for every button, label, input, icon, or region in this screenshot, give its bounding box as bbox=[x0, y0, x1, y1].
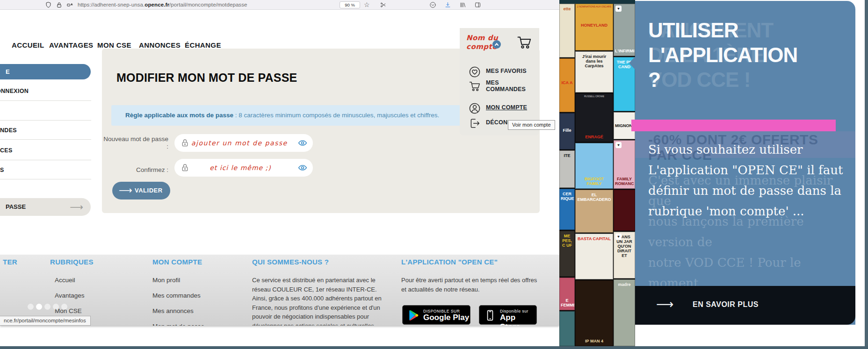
confirm-password-input[interactable] bbox=[191, 159, 289, 177]
new-password-label: Nouveau mot de passe : bbox=[102, 135, 168, 150]
sidebar-item-active[interactable]: E bbox=[0, 64, 91, 79]
carousel-dot[interactable] bbox=[53, 304, 59, 310]
pocket-icon[interactable] bbox=[429, 1, 436, 8]
poster-subtitle: 2 NOMINATIONS AUX OSCARS bbox=[576, 5, 613, 8]
eye-icon[interactable] bbox=[298, 138, 307, 148]
sidebar-divider bbox=[0, 120, 91, 121]
lock-icon bbox=[180, 163, 190, 172]
poster-tile[interactable]: L'INFIRMIÈ♥ bbox=[614, 4, 635, 56]
poster-title: L'INFIRMIÈ bbox=[614, 48, 635, 54]
poster-tile[interactable]: RUSSELL CROWEENRAGÉ bbox=[575, 93, 613, 142]
poster-subtitle: RUSSELL CROWE bbox=[576, 95, 613, 98]
bookmark-star-icon[interactable]: ☆ bbox=[364, 1, 370, 8]
poster-tile[interactable]: ICA A bbox=[559, 58, 575, 112]
footer-link-mes-commandes[interactable]: Mes commandes bbox=[152, 292, 201, 299]
chevron-up-icon[interactable] bbox=[492, 40, 501, 49]
nav-item-mon-cse[interactable]: MON CSE bbox=[97, 41, 131, 49]
cart-icon[interactable] bbox=[516, 34, 533, 50]
download-icon[interactable] bbox=[444, 1, 451, 8]
page-title: MODIFIER MON MOT DE PASSE bbox=[116, 71, 297, 85]
lock-icon[interactable] bbox=[56, 1, 63, 8]
promo-heading: UTILISER L'APPLICATION ? bbox=[648, 18, 797, 92]
poster-tile[interactable]: BIGFOOT FAMILY bbox=[575, 143, 613, 189]
badge-bottom-text: Google Play bbox=[423, 313, 469, 322]
url-bar[interactable]: https://adherent-snep-unsa.opence.fr/por… bbox=[78, 2, 247, 7]
account-dropdown: Nom du compte MES FAVORIS MES COMMANDES … bbox=[460, 28, 539, 135]
menu-item-mes-favoris[interactable]: MES FAVORIS bbox=[468, 65, 534, 79]
footer-link-accueil[interactable]: Accueil bbox=[55, 277, 75, 284]
poster-tile[interactable]: Fille bbox=[559, 113, 575, 150]
menu-item-label: MES FAVORIS bbox=[486, 68, 533, 74]
poster-tile[interactable] bbox=[614, 190, 635, 231]
poster-tile[interactable]: ITE bbox=[559, 150, 575, 188]
poster-tile[interactable]: ette bbox=[559, 4, 575, 57]
menu-item-mon-compte[interactable]: MON COMPTE bbox=[468, 102, 534, 116]
promo-panel: LANCEMENT DE LA 1ÈRE VOD CCE ! UTILISER … bbox=[635, 1, 855, 325]
status-url-preview: nce.fr/portail/moncompte/mesinfos bbox=[0, 316, 91, 326]
sidebar-item-mot-de-passe[interactable]: PASSE ⟶ bbox=[0, 198, 91, 216]
valider-button[interactable]: ⟶ VALIDER bbox=[112, 182, 170, 199]
poster-tile[interactable]: 2 NOMINATIONS AUX OSCARSHONEYLAND bbox=[575, 4, 613, 50]
sidebar-item-connexion[interactable]: ONNEXION bbox=[0, 88, 29, 94]
sidebar-item-avis[interactable]: S bbox=[0, 167, 4, 173]
app-store-badge[interactable]: Disponible sur App Store bbox=[479, 305, 537, 325]
cta-label: EN SAVOIR PLUS bbox=[693, 300, 805, 309]
poster-tile[interactable]: J'irai mourir dans les CarpAtes bbox=[575, 51, 613, 93]
poster-tile[interactable]: IP MAN 4 bbox=[575, 280, 613, 346]
rule-label: Règle applicable aux mots de passe bbox=[125, 112, 233, 119]
favorite-heart-icon[interactable]: ♥ bbox=[615, 6, 622, 12]
footer-link-mon-profil[interactable]: Mon profil bbox=[152, 277, 180, 284]
poster-tile[interactable]: FAMILY ROMANC♥ bbox=[614, 140, 635, 189]
tooltip-voir-mon-compte: Voir mon compte bbox=[508, 120, 555, 130]
carousel-dot[interactable] bbox=[28, 304, 34, 310]
nav-item-accueil[interactable]: ACCUEIL bbox=[12, 41, 44, 49]
sidebar-item-annonces[interactable]: CES bbox=[0, 147, 13, 154]
favorite-heart-icon[interactable]: ♥ bbox=[615, 142, 622, 148]
carousel-dot-active[interactable] bbox=[36, 304, 42, 310]
footer-link-avantages[interactable]: Avantages bbox=[55, 292, 85, 299]
poster-tile[interactable]: ME PES, C UF bbox=[559, 231, 575, 277]
poster-title: BIGFOOT FAMILY bbox=[576, 176, 613, 186]
permissions-icon[interactable] bbox=[66, 1, 73, 8]
footer-link-mon-mot-de-passe[interactable]: Mon mot de passe bbox=[152, 323, 204, 326]
sidebar-toggle-icon[interactable] bbox=[474, 1, 481, 8]
browser-window: https://adherent-snep-unsa.opence.fr/por… bbox=[0, 0, 559, 326]
heart-circle-icon bbox=[468, 65, 481, 78]
library-icon[interactable] bbox=[459, 1, 466, 8]
eye-icon[interactable] bbox=[298, 163, 307, 172]
confirm-password-pill bbox=[174, 159, 313, 177]
menu-item-label: MES COMMANDES bbox=[486, 79, 533, 93]
poster-tile[interactable]: madre bbox=[614, 279, 635, 346]
poster-tile[interactable]: CER RIQUE bbox=[559, 189, 575, 230]
poster-title: BASTA CAPITAL bbox=[576, 236, 613, 242]
zoom-level-indicator[interactable]: 90 % bbox=[340, 1, 360, 8]
sidebar-item-commandes[interactable]: NDES bbox=[0, 127, 17, 134]
nav-item-annonces[interactable]: ANNONCES bbox=[139, 41, 181, 49]
poster-title: ME PES, C UF bbox=[560, 233, 574, 248]
poster-title: E FEMME bbox=[560, 298, 574, 308]
screenshot-scissors-icon[interactable] bbox=[380, 1, 387, 8]
poster-tile[interactable] bbox=[559, 311, 575, 346]
carousel-dot[interactable] bbox=[61, 304, 67, 310]
google-play-badge[interactable]: DISPONIBLE SUR Google Play bbox=[402, 305, 470, 325]
poster-tile[interactable]: EL EMBARCADERO bbox=[575, 190, 613, 233]
nav-item-echange[interactable]: ÉCHANGE bbox=[185, 41, 221, 49]
new-password-input[interactable] bbox=[191, 134, 289, 152]
footer: TER RUBRIQUES Accueil Avantages Mon CSE … bbox=[0, 255, 559, 326]
new-password-pill bbox=[174, 134, 313, 152]
nav-item-avantages[interactable]: AVANTAGES bbox=[49, 41, 93, 49]
poster-tile[interactable]: BASTA CAPITAL bbox=[575, 234, 613, 279]
pink-accent-bar bbox=[631, 120, 836, 131]
footer-header-fragment: TER bbox=[3, 258, 17, 266]
poster-tile[interactable]: DANS UN JAR QU'ON DIRAIT ET♥ bbox=[614, 232, 635, 278]
shield-icon[interactable] bbox=[45, 1, 52, 8]
footer-link-mes-annonces[interactable]: Mes annonces bbox=[152, 307, 194, 314]
poster-title: EL EMBARCADERO bbox=[576, 192, 613, 202]
menu-item-mes-commandes[interactable]: MES COMMANDES bbox=[468, 78, 534, 94]
carousel-dot[interactable] bbox=[44, 304, 51, 310]
footer-link-mon-cse[interactable]: Mon CSE bbox=[55, 307, 82, 314]
poster-tile[interactable]: E FEMME bbox=[559, 278, 575, 310]
favorite-heart-icon[interactable]: ♥ bbox=[615, 234, 622, 240]
browser-toolbar: https://adherent-snep-unsa.opence.fr/por… bbox=[0, 0, 559, 10]
poster-strip-topbar bbox=[559, 0, 635, 4]
